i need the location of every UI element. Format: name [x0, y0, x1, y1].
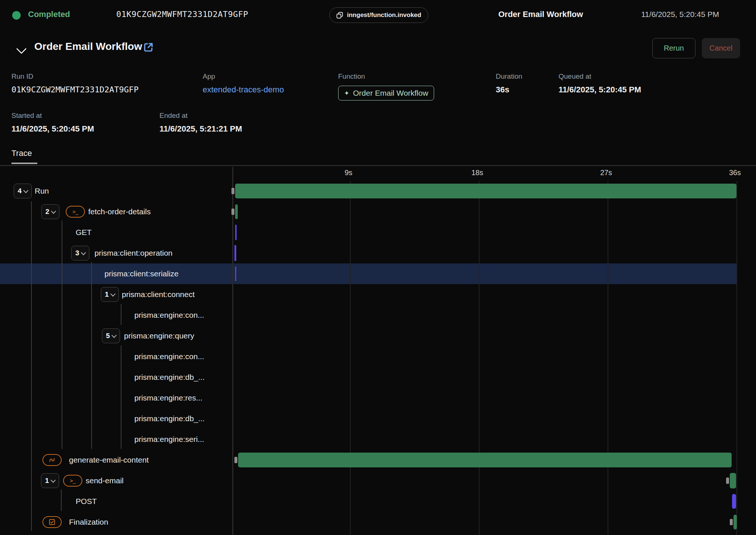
terminal-glyph: >_: [73, 209, 78, 215]
trace-span-bar[interactable]: [732, 494, 736, 509]
trace-row[interactable]: POST: [0, 491, 756, 512]
span-label: send-email: [86, 470, 124, 491]
tab-bar-divider: [0, 165, 756, 166]
meta-value: 36s: [496, 85, 522, 95]
trace-row[interactable]: prisma:engine:db_...: [0, 367, 756, 388]
function-pill[interactable]: ✦ Order Email Workflow: [338, 86, 434, 100]
axis-gridline: [479, 181, 480, 535]
status-dot-icon: [12, 11, 21, 20]
app-link[interactable]: extended-traces-demo: [203, 85, 284, 95]
trace-row[interactable]: prisma:client:serialize: [0, 263, 756, 284]
span-label: GET: [76, 222, 92, 243]
axis-tick-label: 27s: [600, 168, 612, 177]
ai-wave-step-icon: [42, 454, 62, 466]
event-name-badge[interactable]: inngest/function.invoked: [329, 7, 428, 23]
child-count: 4: [18, 187, 22, 195]
trace-span-bar[interactable]: [238, 453, 732, 467]
trace-span-bar[interactable]: [235, 266, 236, 281]
chevron-down-icon: [23, 188, 28, 193]
trace-row[interactable]: GET: [0, 222, 756, 243]
trace-span-bar[interactable]: [235, 184, 736, 198]
span-label: prisma:client:connect: [122, 284, 195, 305]
expand-toggle-button[interactable]: 3: [71, 246, 89, 260]
collapse-chevron-icon[interactable]: [16, 44, 27, 54]
meta-started-at: Started at 11/6/2025, 5:20:45 PM: [11, 112, 94, 134]
span-label: prisma:engine:db_...: [134, 367, 205, 388]
expand-toggle-button[interactable]: 1: [101, 287, 119, 302]
meta-value: 11/6/2025, 5:20:45 PM: [11, 124, 94, 134]
meta-label: Run ID: [11, 72, 138, 81]
span-label: prisma:engine:con...: [134, 346, 204, 367]
trace-row[interactable]: prisma:engine:db_...: [0, 408, 756, 429]
child-count: 5: [106, 332, 110, 340]
terminal-glyph: >_: [70, 478, 76, 484]
chevron-down-icon: [111, 333, 117, 338]
cancel-button[interactable]: Cancel: [702, 38, 740, 58]
checkbox-glyph: [49, 519, 55, 525]
trace-row[interactable]: 1prisma:client:connect: [0, 284, 756, 305]
meta-label: Function: [338, 72, 434, 81]
tree-guide-line: [91, 262, 92, 449]
trace-row[interactable]: 1>_send-email: [0, 470, 756, 491]
meta-ended-at: Ended at 11/6/2025, 5:21:21 PM: [159, 112, 242, 134]
tab-trace[interactable]: Trace: [11, 149, 32, 158]
rerun-button[interactable]: Rerun: [652, 38, 695, 58]
trace-span-bar[interactable]: [234, 245, 236, 261]
tree-guide-line: [31, 201, 32, 531]
trace-row[interactable]: Finalization: [0, 512, 756, 532]
queue-delay-notch: [730, 519, 733, 525]
meta-label: App: [203, 72, 284, 81]
trace-span-bar[interactable]: [733, 515, 737, 529]
workflow-name-topbar: Order Email Workflow: [498, 10, 583, 19]
expand-toggle-button[interactable]: 4: [14, 184, 32, 198]
axis-gridline: [608, 181, 608, 535]
tab-active-underline: [11, 163, 37, 164]
expand-toggle-button[interactable]: 5: [102, 328, 120, 343]
function-pill-label: Order Email Workflow: [353, 89, 428, 98]
tree-guide-line: [61, 490, 62, 511]
trace-row[interactable]: prisma:engine:con...: [0, 305, 756, 326]
queue-delay-notch: [231, 188, 234, 194]
meta-label: Queued at: [559, 72, 641, 81]
tree-timeline-divider: [232, 167, 233, 535]
trace-row[interactable]: prisma:engine:res...: [0, 388, 756, 408]
meta-label: Started at: [11, 112, 94, 120]
trace-row[interactable]: prisma:engine:seri...: [0, 429, 756, 450]
trace-span-bar[interactable]: [730, 473, 736, 488]
span-label: generate-email-content: [69, 450, 149, 470]
meta-run-id: Run ID 01K9CZGW2MWFMT2331D2AT9GFP: [11, 72, 138, 94]
axis-tick-label: 9s: [344, 168, 352, 177]
trace-row[interactable]: 5prisma:engine:query: [0, 326, 756, 346]
span-label: Finalization: [69, 512, 108, 532]
external-link-icon[interactable]: [142, 41, 154, 53]
meta-duration: Duration 36s: [496, 72, 522, 95]
event-icon: [336, 12, 343, 19]
child-count: 2: [45, 208, 49, 216]
span-label: prisma:engine:res...: [134, 388, 202, 408]
chevron-down-icon: [110, 292, 116, 297]
queue-delay-notch: [726, 478, 729, 484]
sparkle-icon: ✦: [344, 90, 349, 96]
span-label: prisma:client:operation: [94, 243, 172, 263]
expand-toggle-button[interactable]: 1: [41, 473, 59, 488]
meta-label: Duration: [496, 72, 522, 81]
expand-toggle-button[interactable]: 2: [41, 204, 59, 219]
trace-row[interactable]: 3prisma:client:operation: [0, 243, 756, 263]
meta-queued-at: Queued at 11/6/2025, 5:20:45 PM: [559, 72, 641, 95]
span-label: prisma:engine:con...: [134, 305, 204, 326]
trace-row[interactable]: generate-email-content: [0, 450, 756, 470]
run-timestamp-topbar: 11/6/2025, 5:20:45 PM: [641, 10, 719, 19]
child-count: 1: [45, 477, 49, 485]
trace-row[interactable]: prisma:engine:con...: [0, 346, 756, 367]
trace-span-bar[interactable]: [235, 225, 237, 240]
child-count: 1: [105, 290, 109, 299]
span-label: fetch-order-details: [88, 201, 151, 222]
trace-span-bar[interactable]: [235, 204, 238, 219]
trace-row[interactable]: 2>_fetch-order-details: [0, 201, 756, 222]
trace-row[interactable]: 4Run: [0, 181, 756, 201]
meta-value: 01K9CZGW2MWFMT2331D2AT9GFP: [11, 85, 138, 94]
span-label: prisma:engine:query: [124, 326, 194, 346]
chevron-down-icon: [51, 209, 56, 214]
event-badge-label: inngest/function.invoked: [347, 11, 421, 19]
run-status-badge: Completed: [28, 10, 70, 19]
